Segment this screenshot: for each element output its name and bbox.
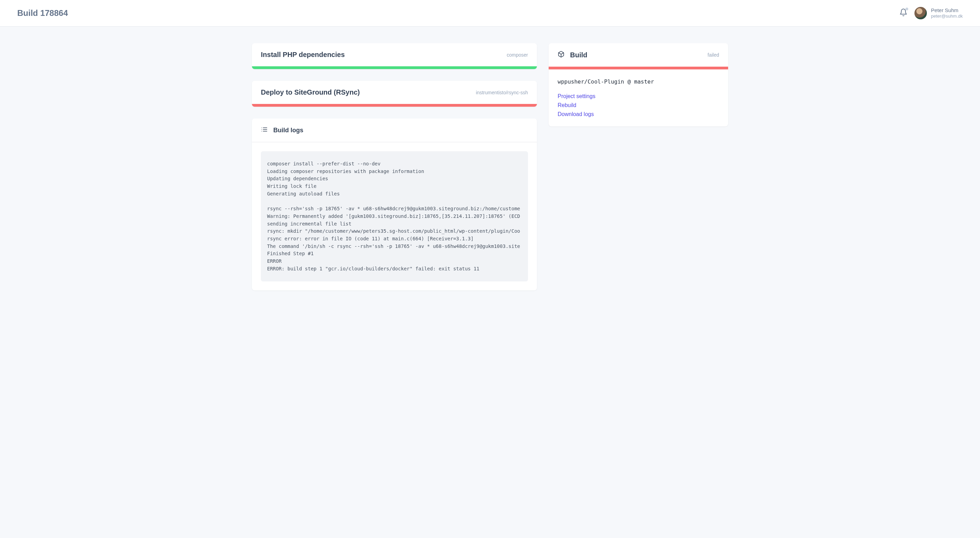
user-email: peter@suhm.dk: [931, 13, 963, 19]
build-step-rsync[interactable]: Deploy to SiteGround (RSync) instrumenti…: [252, 81, 537, 107]
step-tag: instrumentisto/rsync-ssh: [476, 90, 528, 95]
cube-icon: [558, 51, 565, 59]
bell-icon: [899, 12, 908, 18]
list-icon: [261, 126, 268, 134]
build-summary-card: Build failed wppusher/Cool-Plugin @ mast…: [549, 43, 728, 126]
project-settings-link[interactable]: Project settings: [558, 93, 719, 99]
build-step-composer[interactable]: Install PHP dependencies composer: [252, 43, 537, 69]
download-logs-link[interactable]: Download logs: [558, 111, 719, 117]
build-logs-card: Build logs composer install --prefer-dis…: [252, 118, 537, 291]
step-tag: composer: [507, 52, 528, 57]
user-name: Peter Suhm: [931, 7, 963, 14]
step-title: Deploy to SiteGround (RSync): [261, 88, 360, 96]
step-title: Install PHP dependencies: [261, 51, 345, 59]
rebuild-link[interactable]: Rebuild: [558, 102, 719, 109]
page-title: Build 178864: [17, 8, 68, 18]
build-panel-title: Build: [570, 51, 587, 59]
user-menu[interactable]: Peter Suhm peter@suhm.dk: [915, 7, 963, 19]
build-logs-title: Build logs: [273, 127, 303, 134]
status-bar-success: [252, 66, 537, 69]
avatar: [915, 7, 927, 19]
notifications-button[interactable]: [899, 8, 908, 18]
status-bar-failed: [549, 67, 728, 69]
build-status-text: failed: [708, 52, 719, 57]
build-repo: wppusher/Cool-Plugin @ master: [558, 78, 719, 85]
status-bar-failed: [252, 104, 537, 107]
build-logs-output: composer install --prefer-dist --no-dev …: [261, 151, 528, 281]
notification-dot: [905, 8, 908, 10]
